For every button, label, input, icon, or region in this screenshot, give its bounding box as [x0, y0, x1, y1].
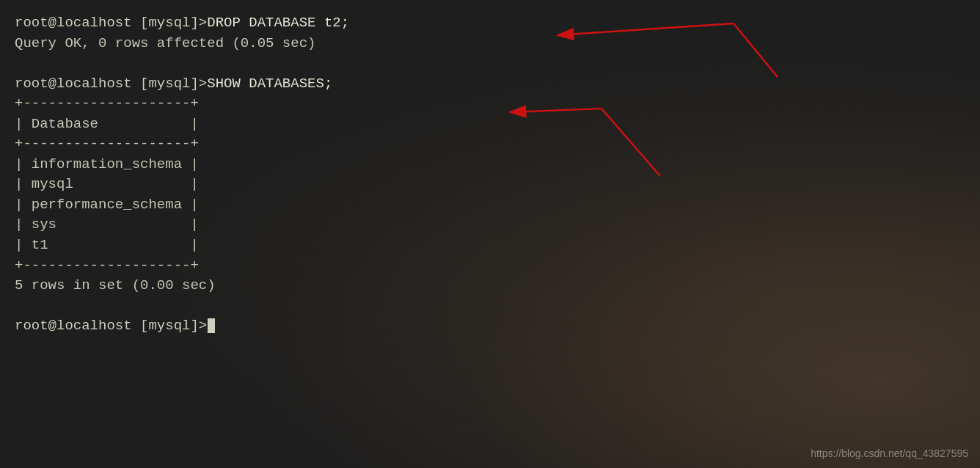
line-2: Query OK, 0 rows affected (0.05 sec) [15, 34, 965, 54]
line-sep-1: +--------------------+ [15, 94, 965, 114]
line-4: 5 rows in set (0.00 sec) [15, 276, 965, 296]
prompt-3: root@localhost [mysql]> [15, 318, 207, 334]
line-db-3: | performance_schema | [15, 195, 965, 216]
line-blank-2 [15, 296, 965, 317]
line-db-4: | sys | [15, 215, 965, 235]
result-2: 5 rows in set (0.00 sec) [15, 277, 216, 293]
line-1: root@localhost [mysql]>DROP DATABASE t2; [15, 13, 965, 34]
line-5: root@localhost [mysql]> [15, 316, 965, 337]
line-db-2: | mysql | [15, 175, 965, 195]
line-db-1: | information_schema | [15, 155, 965, 175]
terminal-window: root@localhost [mysql]>DROP DATABASE t2;… [0, 0, 980, 468]
cmd-2: SHOW DATABASES; [207, 76, 332, 92]
line-sep-2: +--------------------+ [15, 134, 965, 155]
cmd-1: DROP DATABASE t2; [207, 15, 349, 31]
prompt-1: root@localhost [mysql]> [15, 15, 207, 31]
line-db-5: | t1 | [15, 235, 965, 256]
line-3: root@localhost [mysql]>SHOW DATABASES; [15, 74, 965, 95]
cursor-blink [208, 318, 215, 333]
watermark: https://blog.csdn.net/qq_43827595 [811, 447, 968, 459]
line-sep-3: +--------------------+ [15, 256, 965, 277]
result-1: Query OK, 0 rows affected (0.05 sec) [15, 35, 315, 51]
line-blank-1 [15, 54, 965, 74]
prompt-2: root@localhost [mysql]> [15, 76, 207, 92]
line-db-header: | Database | [15, 114, 965, 135]
